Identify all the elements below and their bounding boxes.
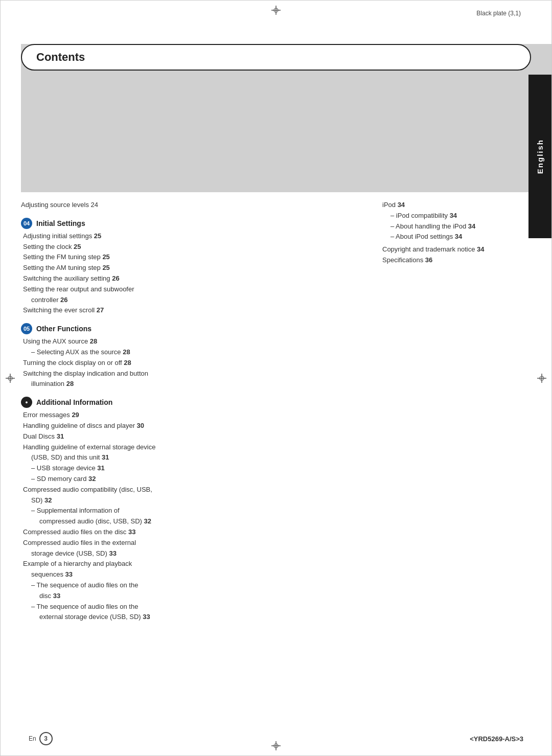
footer-en-label: En: [29, 735, 36, 742]
section04-title: Initial Settings: [36, 219, 85, 227]
list-item: Switching the display indication and but…: [21, 369, 355, 379]
list-item: Setting the FM tuning step 25: [21, 252, 355, 263]
section-additional-items: Error messages 29 Handling guideline of …: [21, 410, 355, 623]
page: Black plate (3,1) Contents English Adjus…: [0, 0, 552, 756]
plate-info: Black plate (3,1): [476, 10, 521, 17]
reg-mark-left: [5, 373, 16, 384]
specifications-line: Specifications 36: [380, 255, 523, 266]
list-item: – USB storage device 31: [21, 463, 355, 474]
section04-header: 04 Initial Settings: [21, 218, 355, 229]
list-item: – The sequence of audio files on the: [21, 602, 355, 612]
section04-items: Adjusting initial settings 25 Setting th…: [21, 231, 355, 316]
left-column: Adjusting source levels 24 04 Initial Se…: [21, 200, 360, 725]
list-item: Dual Discs 31: [21, 431, 355, 442]
reg-mark-right: [536, 373, 547, 384]
list-item: – About iPod settings 34: [380, 232, 523, 242]
title-bar: Contents: [21, 44, 531, 71]
side-tab: English: [528, 75, 551, 238]
footer-model: <YRD5269-A/S>3: [470, 735, 523, 743]
list-item: sequences 33: [21, 569, 355, 580]
list-item: – About handling the iPod 34: [380, 221, 523, 232]
list-item: controller 26: [21, 295, 355, 306]
side-tab-label: English: [536, 139, 544, 174]
list-item: external storage device (USB, SD) 33: [21, 612, 355, 623]
list-item: – Selecting AUX as the source 28: [21, 347, 355, 358]
list-item: – SD memory card 32: [21, 474, 355, 485]
source-levels-line: Adjusting source levels 24: [21, 200, 355, 211]
copyright-line: Copyright and trademark notice 34: [380, 244, 523, 255]
list-item: – The sequence of audio files on the: [21, 580, 355, 591]
list-item: Setting the clock 25: [21, 242, 355, 253]
list-item: iPod 34: [380, 200, 523, 211]
reg-mark-top: [270, 5, 282, 16]
list-item: compressed audio (disc, USB, SD) 32: [21, 516, 355, 527]
list-item: Handling guideline of external storage d…: [21, 442, 355, 453]
list-item: Switching the ever scroll 27: [21, 305, 355, 316]
footer: En 3 <YRD5269-A/S>3: [1, 732, 551, 745]
section05-title: Other Functions: [36, 325, 91, 333]
list-item: Setting the AM tuning step 25: [21, 263, 355, 273]
list-item: (USB, SD) and this unit 31: [21, 452, 355, 463]
footer-page-circle: 3: [39, 732, 53, 745]
section-additional-title: Additional Information: [36, 398, 112, 406]
list-item: – Supplemental information of: [21, 506, 355, 516]
page-title: Contents: [36, 51, 85, 64]
section-additional-circle: ●: [21, 397, 32, 408]
section05-header: 05 Other Functions: [21, 323, 355, 334]
list-item: Setting the rear output and subwoofer: [21, 284, 355, 295]
list-item: illumination 28: [21, 379, 355, 390]
section05-circle: 05: [21, 323, 32, 334]
list-item: Compressed audio files on the disc 33: [21, 527, 355, 538]
list-item: Compressed audio compatibility (disc, US…: [21, 485, 355, 495]
list-item: SD) 32: [21, 495, 355, 506]
list-item: Compressed audio files in the external: [21, 538, 355, 548]
list-item: – iPod compatibility 34: [380, 211, 523, 221]
list-item: disc 33: [21, 591, 355, 602]
list-item: Handling guideline of discs and player 3…: [21, 421, 355, 431]
right-column: iPod 34 – iPod compatibility 34 – About …: [380, 200, 523, 725]
section04-circle: 04: [21, 218, 32, 229]
list-item: Error messages 29: [21, 410, 355, 421]
list-item: Using the AUX source 28: [21, 336, 355, 347]
ipod-section: iPod 34 – iPod compatibility 34 – About …: [380, 200, 523, 266]
section-additional-header: ● Additional Information: [21, 397, 355, 408]
content-area: Adjusting source levels 24 04 Initial Se…: [21, 200, 523, 725]
list-item: Adjusting initial settings 25: [21, 231, 355, 242]
list-item: Turning the clock display on or off 28: [21, 358, 355, 369]
list-item: storage device (USB, SD) 33: [21, 548, 355, 559]
list-item: Switching the auxiliary setting 26: [21, 273, 355, 284]
footer-en: En 3: [29, 732, 53, 745]
section05-items: Using the AUX source 28 – Selecting AUX …: [21, 336, 355, 390]
list-item: Example of a hierarchy and playback: [21, 559, 355, 569]
